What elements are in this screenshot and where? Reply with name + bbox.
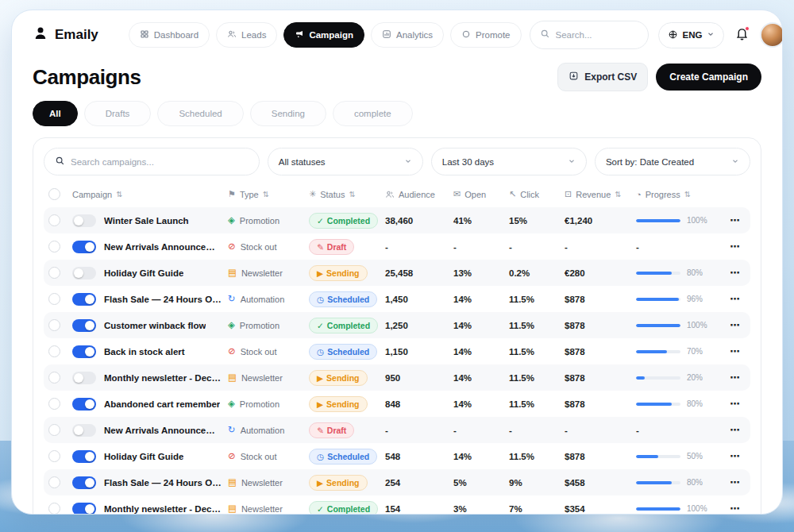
table-row[interactable]: Customer winback flow◈Promotion✓Complete… — [44, 312, 750, 338]
table-row[interactable]: Flash Sale — 24 Hours Only↻Automation◷Sc… — [44, 286, 750, 312]
row-toggle[interactable] — [72, 345, 96, 358]
row-toggle[interactable] — [72, 267, 96, 279]
status-badge: ◷Scheduled — [309, 344, 377, 360]
table-row[interactable]: Abandoned cart remember◈Promotion▶Sendin… — [44, 391, 750, 417]
row-menu-button[interactable]: ⋯ — [725, 450, 746, 462]
progress-bar — [636, 272, 680, 275]
row-menu-button[interactable]: ⋯ — [725, 503, 746, 515]
table-row[interactable]: Winter Sale Launch◈Promotion✓Completed38… — [44, 207, 750, 233]
column-header-campaign[interactable]: Campaign⇅ — [72, 190, 228, 199]
audience-value: 1,450 — [385, 295, 453, 304]
select-all-checkbox[interactable] — [48, 188, 60, 200]
table-row[interactable]: New Arrivals Announcement⊘Stock out✎Draf… — [44, 233, 750, 260]
row-menu-button[interactable]: ⋯ — [725, 345, 746, 357]
row-checkbox[interactable] — [48, 398, 60, 410]
progress-label: 20% — [687, 373, 703, 382]
campaign-name: Flash Sale — 24 Hours Only — [104, 478, 222, 488]
row-checkbox[interactable] — [48, 214, 60, 226]
open-rate: 5% — [453, 478, 509, 488]
table-row[interactable]: Holiday Gift Guide▤Newsletter▶Sending25,… — [44, 260, 750, 286]
row-menu-button[interactable]: ⋯ — [725, 372, 746, 384]
row-toggle[interactable] — [72, 319, 96, 332]
row-checkbox[interactable] — [48, 372, 60, 384]
progress-label: 80% — [687, 478, 703, 487]
status-icon: ✓ — [317, 504, 324, 514]
nav-item-leads[interactable]: Leads — [216, 22, 277, 48]
row-checkbox[interactable] — [48, 503, 60, 515]
type-cell: ↻Automation — [228, 426, 309, 435]
row-menu-button[interactable]: ⋯ — [725, 241, 746, 253]
row-toggle[interactable] — [72, 450, 96, 463]
row-menu-button[interactable]: ⋯ — [725, 398, 746, 410]
row-menu-button[interactable]: ⋯ — [725, 214, 746, 226]
row-checkbox[interactable] — [48, 450, 60, 462]
campaign-search-input[interactable] — [71, 157, 249, 167]
audience-value: 254 — [385, 478, 453, 488]
export-csv-button[interactable]: Export CSV — [557, 63, 648, 91]
date-range-select[interactable]: Last 30 days — [431, 148, 587, 175]
status-cell: ✓Completed — [309, 213, 385, 229]
campaign-search[interactable] — [44, 148, 260, 175]
progress-label: 80% — [687, 268, 703, 277]
campaign-cell: Abandoned cart remember — [72, 398, 228, 411]
row-toggle[interactable] — [72, 293, 96, 306]
row-checkbox[interactable] — [48, 476, 60, 488]
audience-value: 848 — [385, 399, 453, 409]
row-checkbox[interactable] — [48, 267, 60, 279]
create-campaign-button[interactable]: Create Campaign — [656, 64, 761, 91]
row-toggle[interactable] — [72, 214, 96, 227]
status-filter-select[interactable]: All statuses — [268, 148, 423, 175]
column-header-status[interactable]: ✳ Status⇅ — [309, 189, 385, 199]
nav-item-campaign[interactable]: Campaign — [283, 22, 364, 48]
status-badge: ◷Scheduled — [309, 449, 377, 465]
row-checkbox[interactable] — [48, 319, 60, 331]
row-checkbox[interactable] — [48, 424, 60, 436]
row-toggle[interactable] — [72, 372, 96, 384]
revenue-value: €280 — [565, 268, 636, 278]
row-toggle[interactable] — [72, 503, 96, 515]
type-cell: ▤Newsletter — [228, 373, 309, 383]
nav-item-dashboard[interactable]: Dashboard — [129, 22, 210, 48]
table-row[interactable]: New Arrivals Announcement↻Automation✎Dra… — [44, 417, 750, 443]
table-row[interactable]: Back in stock alert⊘Stock out◷Scheduled1… — [44, 338, 750, 364]
table-row[interactable]: Holiday Gift Guide⊘Stock out◷Scheduled54… — [44, 443, 750, 469]
row-checkbox[interactable] — [48, 241, 60, 253]
tab-sending[interactable]: Sending — [250, 101, 326, 126]
table-row[interactable]: Monthly newsletter - Decem…▤Newsletter✓C… — [44, 495, 750, 515]
table-row[interactable]: Flash Sale — 24 Hours Only▤Newsletter▶Se… — [44, 469, 750, 495]
row-menu-button[interactable]: ⋯ — [725, 293, 746, 305]
click-rate: 15% — [509, 216, 565, 226]
language-selector[interactable]: ENG — [658, 22, 725, 48]
brand-logo[interactable]: Emaily — [33, 25, 98, 45]
tab-drafts[interactable]: Drafts — [84, 101, 152, 126]
column-header-type[interactable]: ⚑ Type⇅ — [228, 189, 309, 199]
nav-item-analytics[interactable]: Analytics — [371, 22, 444, 48]
global-search-input[interactable] — [556, 30, 638, 40]
column-header-progress[interactable]: ◔ Progress⇅ — [636, 190, 725, 199]
tab-complete[interactable]: complete — [333, 101, 413, 126]
row-menu-button[interactable]: ⋯ — [725, 319, 746, 331]
user-avatar[interactable] — [760, 22, 783, 48]
table-row[interactable]: Monthly newsletter - Decem…▤Newsletter▶S… — [44, 364, 750, 391]
row-menu-button[interactable]: ⋯ — [725, 267, 746, 279]
sort-select[interactable]: Sort by: Date Created — [595, 148, 750, 175]
row-menu-button[interactable]: ⋯ — [725, 424, 746, 436]
notifications-button[interactable] — [734, 25, 750, 44]
progress-bar — [636, 324, 680, 327]
filter-tabs: All Drafts Scheduled Sending complete — [12, 101, 782, 128]
column-header-revenue[interactable]: ⊡ Revenue⇅ — [565, 189, 636, 199]
revenue-value: $878 — [565, 321, 636, 330]
nav-item-promote[interactable]: Promote — [450, 22, 521, 48]
row-checkbox[interactable] — [48, 345, 60, 357]
row-checkbox[interactable] — [48, 293, 60, 305]
tab-scheduled[interactable]: Scheduled — [157, 101, 243, 126]
row-toggle[interactable] — [72, 476, 96, 489]
row-menu-button[interactable]: ⋯ — [725, 476, 746, 488]
row-toggle[interactable] — [72, 241, 96, 253]
row-toggle[interactable] — [72, 398, 96, 411]
status-cell: ▶Sending — [309, 475, 385, 491]
tab-all[interactable]: All — [33, 101, 78, 126]
status-badge: ✎Draft — [309, 422, 354, 438]
row-toggle[interactable] — [72, 424, 96, 437]
global-search[interactable] — [530, 21, 649, 49]
